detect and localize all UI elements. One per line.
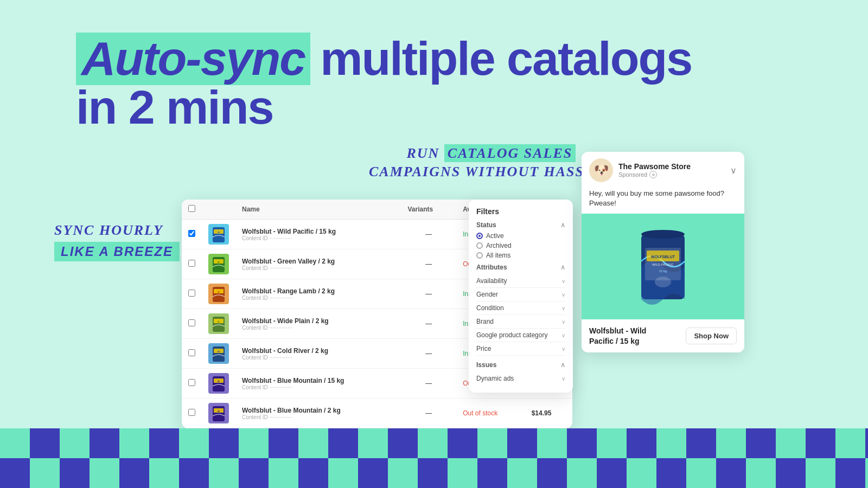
row-variants-cell: — [401, 249, 456, 279]
svg-text:W: W [218, 231, 220, 234]
ad-message: Hey, will you buy me some pawsome food? … [582, 189, 744, 214]
dynamic-ads-label: Dynamic ads [476, 375, 514, 382]
filter-archived[interactable]: Archived [476, 242, 565, 249]
product-name-text: Wolfsblut - Blue Mountain / 2 kg [242, 407, 394, 414]
filter-availability[interactable]: Availability ∨ [476, 274, 565, 288]
attributes-collapse-icon: ∧ [560, 264, 565, 271]
filter-gender[interactable]: Gender ∨ [476, 288, 565, 301]
checker-cell [686, 458, 716, 488]
checker-cell [358, 428, 388, 458]
checker-cell [388, 458, 418, 488]
row-checkbox[interactable] [188, 260, 195, 267]
row-availability-cell: Out of stock [456, 399, 525, 428]
product-name-text: Wolfsblut - Wide Plain / 2 kg [242, 317, 394, 325]
row-checkbox[interactable] [188, 319, 195, 326]
row-checkbox-cell[interactable] [182, 309, 202, 339]
condition-label: Condition [476, 304, 504, 312]
checker-cell [388, 428, 418, 458]
checker-cell [835, 428, 865, 458]
sync-breeze-badge: like a breeze [54, 242, 180, 261]
archived-radio[interactable] [476, 242, 483, 249]
row-img-cell: W [202, 339, 235, 369]
row-checkbox[interactable] [188, 409, 195, 416]
sync-hourly-text: Sync hourly [54, 222, 180, 239]
checker-cell [60, 458, 90, 488]
row-name-cell: Wolfsblut - Blue Mountain / 2 kg Content… [235, 399, 401, 428]
checker-cell [269, 458, 298, 488]
row-checkbox[interactable] [188, 230, 195, 237]
filter-all-items[interactable]: All items [476, 252, 565, 259]
product-thumbnail: W [208, 373, 229, 394]
shop-now-button[interactable]: Shop Now [686, 328, 737, 344]
ad-card: 🐶 The Pawsome Store Sponsored ⊕ ∨ Hey, w… [582, 152, 744, 352]
filters-title: Filters [476, 207, 565, 216]
row-img-cell: W [202, 249, 235, 279]
filter-price[interactable]: Price ∨ [476, 342, 565, 356]
checker-cell [806, 458, 835, 488]
filter-active[interactable]: Active [476, 232, 565, 240]
product-id-text: Content ID ··············· [242, 295, 394, 301]
ad-expand-icon[interactable]: ∨ [730, 165, 737, 176]
sponsored-text: Sponsored [618, 171, 647, 178]
row-name-cell: Wolfsblut - Blue Mountain / 15 kg Conten… [235, 369, 401, 399]
checker-cell [806, 428, 835, 458]
row-checkbox-cell[interactable] [182, 399, 202, 428]
row-img-cell: W [202, 279, 235, 309]
row-checkbox-cell[interactable] [182, 339, 202, 369]
all-items-radio[interactable] [476, 252, 483, 259]
row-img-cell: W [202, 369, 235, 399]
checker-cell [567, 458, 597, 488]
header-name: Name [235, 200, 401, 220]
checker-cell [448, 428, 477, 458]
filter-brand[interactable]: Brand ∨ [476, 315, 565, 329]
checker-cell [209, 428, 239, 458]
row-checkbox-cell[interactable] [182, 369, 202, 399]
svg-text:W: W [218, 291, 220, 293]
attributes-section-header[interactable]: Attributes ∧ [476, 264, 565, 271]
row-img-cell: W [202, 220, 235, 249]
checker-cell [30, 458, 60, 488]
row-checkbox[interactable] [188, 349, 195, 356]
select-all-checkbox[interactable] [188, 205, 195, 212]
issues-section-header[interactable]: Issues ∧ [476, 361, 565, 369]
hero-rest-text: multiple catalogs [320, 33, 692, 85]
filter-condition[interactable]: Condition ∨ [476, 301, 565, 315]
product-name-text: Wolfsblut - Green Valley / 2 kg [242, 258, 394, 265]
globe-icon: ⊕ [649, 171, 657, 178]
checker-cell [597, 458, 627, 488]
availability-chevron: ∨ [561, 278, 565, 284]
row-checkbox[interactable] [188, 379, 195, 386]
checker-cell [269, 428, 298, 458]
ad-footer: Wolfsblut - WildPacific / 15 kg Shop Now [582, 319, 744, 352]
filter-google-category[interactable]: Google product category ∨ [476, 329, 565, 342]
filter-dynamic-ads[interactable]: Dynamic ads ∨ [476, 372, 565, 385]
checker-cell [746, 428, 776, 458]
row-name-cell: Wolfsblut - Green Valley / 2 kg Content … [235, 249, 401, 279]
row-checkbox[interactable] [188, 290, 195, 297]
catalog-sales-text: Catalog Sales [444, 144, 576, 162]
run-catalog-section: Run Catalog Sales campaigns without hass… [369, 145, 614, 180]
checker-cell [448, 458, 477, 488]
checker-cell [716, 428, 746, 458]
checker-row [0, 428, 868, 458]
ad-product-image: WOLFSBLUT WILD PACIFIC 15 kg [582, 214, 744, 319]
row-variants-cell: — [401, 309, 456, 339]
svg-text:WOLFSBLUT: WOLFSBLUT [651, 255, 675, 259]
product-name-text: Wolfsblut - Cold River / 2 kg [242, 347, 394, 355]
svg-text:W: W [218, 380, 220, 383]
run-catalog-line2: campaigns without hassles [369, 164, 614, 180]
row-checkbox-cell[interactable] [182, 249, 202, 279]
row-checkbox-cell[interactable] [182, 279, 202, 309]
active-radio[interactable] [476, 233, 483, 239]
checker-cell [149, 458, 179, 488]
ad-product-title: Wolfsblut - WildPacific / 15 kg [589, 326, 646, 345]
row-checkbox-cell[interactable] [182, 220, 202, 249]
status-section-header[interactable]: Status ∧ [476, 221, 565, 229]
filters-panel: Filters Status ∧ Active Archived All ite… [469, 200, 573, 393]
checker-cell [30, 428, 60, 458]
hero-line1: Auto-sync multiple catalogs [76, 33, 692, 85]
product-thumbnail: W [208, 403, 229, 423]
status-label: Status [476, 221, 496, 229]
run-text: Run [406, 145, 439, 161]
checker-cell [537, 458, 567, 488]
